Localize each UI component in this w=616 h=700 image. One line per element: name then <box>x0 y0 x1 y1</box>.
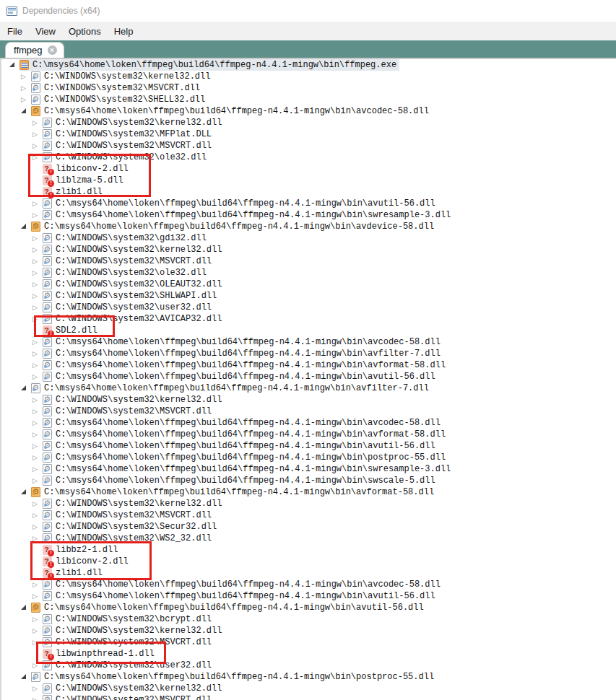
expand-arrow-icon[interactable]: ▷ <box>27 683 43 694</box>
expand-arrow-icon[interactable]: ▷ <box>27 429 43 440</box>
tree-row[interactable]: ▷C:\WINDOWS\system32\bcrypt.dll <box>1 613 616 625</box>
tree-row[interactable]: C:\msys64\home\loken\ffmpeg\build64\ffmp… <box>1 671 616 683</box>
tree-row[interactable]: ▷C:\msys64\home\loken\ffmpeg\build64\ffm… <box>1 359 616 371</box>
expand-arrow-icon[interactable]: ▷ <box>27 452 43 463</box>
expand-arrow-icon[interactable]: ▷ <box>27 313 43 325</box>
expand-arrow-icon[interactable]: ▷ <box>27 509 43 521</box>
expand-arrow-icon[interactable]: ▷ <box>27 475 43 486</box>
expand-arrow-icon[interactable]: ▷ <box>27 371 43 382</box>
tree-row[interactable]: ▷C:\msys64\home\loken\ffmpeg\build64\ffm… <box>1 463 616 475</box>
expand-arrow-icon[interactable]: ▷ <box>27 694 43 700</box>
tree-row[interactable]: ▷C:\WINDOWS\system32\MSVCRT.dll <box>1 140 616 152</box>
expand-arrow-icon[interactable]: ▷ <box>27 463 43 475</box>
tree-row[interactable]: ▷C:\WINDOWS\system32\kernel32.dll <box>1 625 616 636</box>
expand-arrow-icon[interactable]: ▷ <box>27 232 43 244</box>
collapse-arrow-icon[interactable] <box>16 221 31 232</box>
menu-item-options[interactable]: Options <box>62 22 108 40</box>
expand-arrow-icon[interactable]: ▷ <box>27 394 43 406</box>
tree-row[interactable]: ▷C:\WINDOWS\system32\AVICAP32.dll <box>1 313 616 325</box>
tree-row[interactable]: ▷C:\WINDOWS\system32\kernel32.dll <box>1 71 616 82</box>
tab-close-icon[interactable]: × <box>48 45 57 55</box>
expand-arrow-icon[interactable]: ▷ <box>27 579 43 590</box>
expand-arrow-icon[interactable]: ▷ <box>27 613 43 625</box>
tree-row[interactable]: ▷C:\WINDOWS\system32\MSVCRT.dll <box>1 82 616 94</box>
tree-row[interactable]: ▷C:\msys64\home\loken\ffmpeg\build64\ffm… <box>1 198 616 209</box>
tree-row[interactable]: ▷C:\WINDOWS\system32\WS2_32.dll <box>1 533 616 544</box>
tree-row[interactable]: ▷C:\WINDOWS\system32\kernel32.dll <box>1 683 616 694</box>
tree-row[interactable]: ▷C:\msys64\home\loken\ffmpeg\build64\ffm… <box>1 475 616 486</box>
expand-arrow-icon[interactable]: ▷ <box>27 152 43 163</box>
tree-row[interactable]: ▷C:\WINDOWS\system32\kernel32.dll <box>1 244 616 255</box>
tree-row[interactable]: ▷C:\msys64\home\loken\ffmpeg\build64\ffm… <box>1 579 616 590</box>
tree-row[interactable]: ▷C:\WINDOWS\system32\MSVCRT.dll <box>1 636 616 648</box>
expand-arrow-icon[interactable]: ▷ <box>27 417 43 429</box>
tree-row[interactable]: ▷C:\msys64\home\loken\ffmpeg\build64\ffm… <box>1 336 616 348</box>
collapse-arrow-icon[interactable] <box>16 382 31 394</box>
expand-arrow-icon[interactable]: ▷ <box>27 406 43 417</box>
tree-row[interactable]: libwinpthread-1.dll <box>1 648 616 660</box>
tree-row[interactable]: ▷C:\WINDOWS\system32\MSVCRT.dll <box>1 406 616 417</box>
collapse-arrow-icon[interactable] <box>16 105 31 117</box>
tree-row[interactable]: ▷C:\WINDOWS\system32\kernel32.dll <box>1 498 616 509</box>
tree-row[interactable]: ▷C:\WINDOWS\system32\MSVCRT.dll <box>1 255 616 267</box>
expand-arrow-icon[interactable]: ▷ <box>27 267 43 279</box>
tree-row[interactable]: ▷C:\msys64\home\loken\ffmpeg\build64\ffm… <box>1 417 616 429</box>
expand-arrow-icon[interactable]: ▷ <box>27 359 43 371</box>
tree-row[interactable]: ▷C:\WINDOWS\system32\MSVCRT.dll <box>1 509 616 521</box>
expand-arrow-icon[interactable]: ▷ <box>27 209 43 221</box>
expand-arrow-icon[interactable]: ▷ <box>27 440 43 452</box>
expand-arrow-icon[interactable]: ▷ <box>27 302 43 313</box>
tree-row[interactable]: ▷C:\msys64\home\loken\ffmpeg\build64\ffm… <box>1 429 616 440</box>
tree-row[interactable]: ▷C:\WINDOWS\system32\SHLWAPI.dll <box>1 290 616 302</box>
tree-row[interactable]: C:\msys64\home\loken\ffmpeg\build64\ffmp… <box>1 382 616 394</box>
expand-arrow-icon[interactable]: ▷ <box>27 128 43 140</box>
tree-row[interactable]: liblzma-5.dll <box>1 175 616 186</box>
expand-arrow-icon[interactable]: ▷ <box>27 255 43 267</box>
menu-item-view[interactable]: View <box>29 22 62 40</box>
tree-row[interactable]: ▷C:\msys64\home\loken\ffmpeg\build64\ffm… <box>1 348 616 359</box>
tree-row[interactable]: ▷C:\WINDOWS\system32\gdi32.dll <box>1 232 616 244</box>
tree-row[interactable]: ▷C:\msys64\home\loken\ffmpeg\build64\ffm… <box>1 452 616 463</box>
expand-arrow-icon[interactable]: ▷ <box>27 244 43 255</box>
expand-arrow-icon[interactable]: ▷ <box>27 198 43 209</box>
expand-arrow-icon[interactable]: ▷ <box>16 71 31 82</box>
tree-row[interactable]: ▷C:\WINDOWS\system32\SHELL32.dll <box>1 94 616 105</box>
tree-row[interactable]: ▷C:\msys64\home\loken\ffmpeg\build64\ffm… <box>1 209 616 221</box>
collapse-arrow-icon[interactable] <box>16 671 31 683</box>
tree-row[interactable]: ▷C:\WINDOWS\system32\user32.dll <box>1 660 616 671</box>
expand-arrow-icon[interactable]: ▷ <box>27 117 43 128</box>
expand-arrow-icon[interactable]: ▷ <box>27 140 43 152</box>
tree-row[interactable]: C:\msys64\home\loken\ffmpeg\build64\ffmp… <box>1 59 616 71</box>
expand-arrow-icon[interactable]: ▷ <box>16 82 31 94</box>
tree-row[interactable]: C:\msys64\home\loken\ffmpeg\build64\ffmp… <box>1 105 616 117</box>
expand-arrow-icon[interactable]: ▷ <box>27 498 43 509</box>
tree-row[interactable]: libiconv-2.dll <box>1 556 616 567</box>
collapse-arrow-icon[interactable] <box>16 486 31 498</box>
tree-row[interactable]: ▷C:\msys64\home\loken\ffmpeg\build64\ffm… <box>1 440 616 452</box>
tree-row[interactable]: zlib1.dll <box>1 567 616 579</box>
tree-row[interactable]: ▷C:\WINDOWS\system32\user32.dll <box>1 302 616 313</box>
tree-row[interactable]: SDL2.dll <box>1 325 616 336</box>
tree-row[interactable]: ▷C:\WINDOWS\system32\kernel32.dll <box>1 117 616 128</box>
expand-arrow-icon[interactable]: ▷ <box>16 94 31 105</box>
tree-row[interactable]: C:\msys64\home\loken\ffmpeg\build64\ffmp… <box>1 486 616 498</box>
collapse-arrow-icon[interactable] <box>16 602 31 613</box>
tab-ffmpeg[interactable]: ffmpeg × <box>5 42 64 58</box>
expand-arrow-icon[interactable]: ▷ <box>27 521 43 533</box>
expand-arrow-icon[interactable]: ▷ <box>27 533 43 544</box>
expand-arrow-icon[interactable]: ▷ <box>27 279 43 290</box>
expand-arrow-icon[interactable]: ▷ <box>27 348 43 359</box>
tree-row[interactable]: ▷C:\WINDOWS\system32\MSVCRT.dll <box>1 694 616 700</box>
expand-arrow-icon[interactable]: ▷ <box>27 625 43 636</box>
expand-arrow-icon[interactable]: ▷ <box>27 336 43 348</box>
expand-arrow-icon[interactable]: ▷ <box>27 290 43 302</box>
tree-row[interactable]: ▷C:\msys64\home\loken\ffmpeg\build64\ffm… <box>1 371 616 382</box>
tree-row[interactable]: ▷C:\WINDOWS\system32\OLEAUT32.dll <box>1 279 616 290</box>
menu-item-file[interactable]: File <box>1 22 29 40</box>
expand-arrow-icon[interactable]: ▷ <box>27 660 43 671</box>
menu-item-help[interactable]: Help <box>108 22 140 40</box>
tree-row[interactable]: ▷C:\msys64\home\loken\ffmpeg\build64\ffm… <box>1 590 616 602</box>
expand-arrow-icon[interactable]: ▷ <box>27 590 43 602</box>
tree-row[interactable]: C:\msys64\home\loken\ffmpeg\build64\ffmp… <box>1 221 616 232</box>
tree-row[interactable]: libiconv-2.dll <box>1 163 616 175</box>
